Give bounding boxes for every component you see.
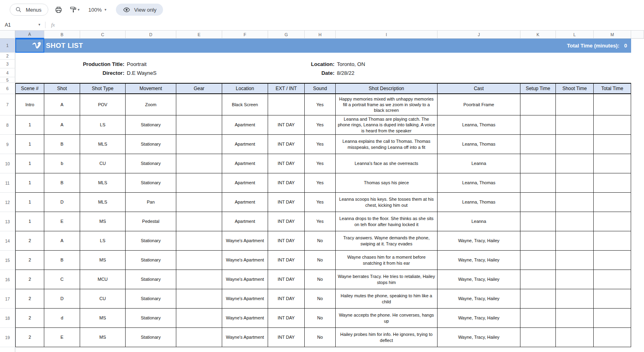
cell-G17[interactable]: INT DAY bbox=[268, 289, 305, 309]
cell-H16[interactable]: No bbox=[305, 270, 336, 289]
cell-M17[interactable] bbox=[594, 289, 631, 309]
cell-K15[interactable] bbox=[520, 251, 556, 270]
cell-C19[interactable]: MS bbox=[80, 328, 126, 347]
cell-C18[interactable]: MS bbox=[80, 309, 126, 328]
cell-A12[interactable]: 1 bbox=[15, 193, 44, 212]
cell-M18[interactable] bbox=[594, 309, 631, 328]
cell-C7[interactable]: POV bbox=[80, 94, 126, 115]
cell-E10[interactable] bbox=[176, 154, 222, 173]
cell-B18[interactable]: d bbox=[44, 309, 80, 328]
cell-H14[interactable]: No bbox=[305, 231, 336, 251]
row-header-13[interactable]: 13 bbox=[0, 212, 15, 231]
row-header-11[interactable]: 11 bbox=[0, 173, 15, 193]
cell-K17[interactable] bbox=[520, 289, 556, 309]
cell-K19[interactable] bbox=[520, 328, 556, 347]
cell-K13[interactable] bbox=[520, 212, 556, 231]
cell-K11[interactable] bbox=[520, 173, 556, 193]
cell-I11[interactable]: Thomas says his piece bbox=[336, 173, 438, 193]
cell-D14[interactable]: Stationary bbox=[126, 231, 176, 251]
cell-J13[interactable]: Leanna bbox=[438, 212, 520, 231]
cell-I9[interactable]: Leanna explains the call to Thomas. Thom… bbox=[336, 135, 438, 154]
cell-A8[interactable]: 1 bbox=[15, 115, 44, 135]
cell-C13[interactable]: MS bbox=[80, 212, 126, 231]
cell-A10[interactable]: 1 bbox=[15, 154, 44, 173]
paint-format-button[interactable]: ▾ bbox=[69, 5, 80, 14]
column-header-I[interactable]: I bbox=[336, 31, 438, 39]
cell-D17[interactable]: Stationary bbox=[126, 289, 176, 309]
cell-B16[interactable]: C bbox=[44, 270, 80, 289]
cell-E17[interactable] bbox=[176, 289, 222, 309]
row-header-1[interactable]: 1 bbox=[0, 39, 15, 53]
cell-J9[interactable]: Leanna, Thomas bbox=[438, 135, 520, 154]
cell-C10[interactable]: CU bbox=[80, 154, 126, 173]
cell-J15[interactable]: Wayne, Tracy, Hailey bbox=[438, 251, 520, 270]
cell-E12[interactable] bbox=[176, 193, 222, 212]
cell-G7[interactable] bbox=[268, 94, 305, 115]
cell-H15[interactable]: No bbox=[305, 251, 336, 270]
cell-C15[interactable]: MS bbox=[80, 251, 126, 270]
cell-M15[interactable] bbox=[594, 251, 631, 270]
row-header-6[interactable]: 6 bbox=[0, 83, 15, 94]
cell-H18[interactable]: No bbox=[305, 309, 336, 328]
cell-L9[interactable] bbox=[556, 135, 594, 154]
table-header-shot-type[interactable]: Shot Type bbox=[80, 83, 126, 94]
cell-C12[interactable]: MLS bbox=[80, 193, 126, 212]
cell-E16[interactable] bbox=[176, 270, 222, 289]
cell-E19[interactable] bbox=[176, 328, 222, 347]
view-only-badge[interactable]: View only bbox=[116, 4, 163, 16]
production-title-label[interactable]: Production Title: bbox=[15, 60, 126, 68]
cell-A17[interactable]: 2 bbox=[15, 289, 44, 309]
cell-H7[interactable]: Yes bbox=[305, 94, 336, 115]
cell-M19[interactable] bbox=[594, 328, 631, 347]
row-header-17[interactable]: 17 bbox=[0, 289, 15, 309]
cell-A19[interactable]: 2 bbox=[15, 328, 44, 347]
column-header-H[interactable]: H bbox=[305, 31, 336, 39]
cell-F18[interactable]: Wayne's Apartment bbox=[222, 309, 268, 328]
column-header-B[interactable]: B bbox=[44, 31, 80, 39]
cell-I14[interactable]: Tracy answers. Wayne demands the phone, … bbox=[336, 231, 438, 251]
row-header-8[interactable]: 8 bbox=[0, 115, 15, 135]
cell-B7[interactable]: A bbox=[44, 94, 80, 115]
row-header-7[interactable]: 7 bbox=[0, 94, 15, 115]
cell-L8[interactable] bbox=[556, 115, 594, 135]
cell-D8[interactable]: Stationary bbox=[126, 115, 176, 135]
cell-L18[interactable] bbox=[556, 309, 594, 328]
table-header-shoot-time[interactable]: Shoot Time bbox=[556, 83, 594, 94]
cell-J10[interactable]: Leanna bbox=[438, 154, 520, 173]
row-header-16[interactable]: 16 bbox=[0, 270, 15, 289]
cell-D11[interactable]: Stationary bbox=[126, 173, 176, 193]
table-header-location[interactable]: Location bbox=[222, 83, 268, 94]
cell-D7[interactable]: Zoom bbox=[126, 94, 176, 115]
table-header-shot[interactable]: Shot bbox=[44, 83, 80, 94]
cell-J18[interactable]: Wayne, Tracy, Hailey bbox=[438, 309, 520, 328]
blank-row[interactable] bbox=[15, 53, 631, 60]
row-header-14[interactable]: 14 bbox=[0, 231, 15, 251]
cell-M14[interactable] bbox=[594, 231, 631, 251]
cell-E9[interactable] bbox=[176, 135, 222, 154]
cell-G12[interactable]: INT DAY bbox=[268, 193, 305, 212]
cell-M16[interactable] bbox=[594, 270, 631, 289]
cell-K14[interactable] bbox=[520, 231, 556, 251]
void-area[interactable] bbox=[631, 39, 644, 53]
cell-G10[interactable]: INT DAY bbox=[268, 154, 305, 173]
table-header-scene[interactable]: Scene # bbox=[15, 83, 44, 94]
cell-C14[interactable]: LS bbox=[80, 231, 126, 251]
row-header-10[interactable]: 10 bbox=[0, 154, 15, 173]
cell-F9[interactable]: Apartment bbox=[222, 135, 268, 154]
cell-I12[interactable]: Leanna scoops his keys. She tosses them … bbox=[336, 193, 438, 212]
column-header-G[interactable]: G bbox=[268, 31, 305, 39]
cell-E15[interactable] bbox=[176, 251, 222, 270]
cell-H19[interactable]: No bbox=[305, 328, 336, 347]
cell-E8[interactable] bbox=[176, 115, 222, 135]
cell-J7[interactable]: Poortrait Frame bbox=[438, 94, 520, 115]
cell-G14[interactable]: INT DAY bbox=[268, 231, 305, 251]
cell-F12[interactable]: Apartment bbox=[222, 193, 268, 212]
cell-M10[interactable] bbox=[594, 154, 631, 173]
cell-K10[interactable] bbox=[520, 154, 556, 173]
date-label[interactable]: Date: bbox=[176, 68, 336, 77]
cell-B14[interactable]: A bbox=[44, 231, 80, 251]
row-header-4[interactable]: 4 bbox=[0, 68, 15, 77]
cell-F16[interactable]: Wayne's Apartment bbox=[222, 270, 268, 289]
cell-I19[interactable]: Hailey probes him for info. He ignores, … bbox=[336, 328, 438, 347]
cell-A14[interactable]: 2 bbox=[15, 231, 44, 251]
